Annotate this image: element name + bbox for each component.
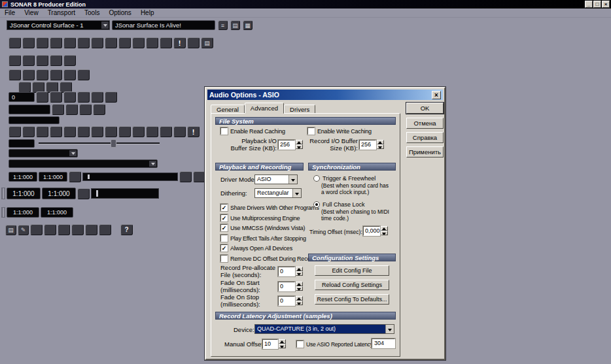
- toolbar-button[interactable]: [79, 104, 92, 115]
- dithering-combo[interactable]: Rectangular: [254, 188, 302, 198]
- spinner-down-icon[interactable]: [296, 144, 303, 149]
- chevron-down-icon[interactable]: [101, 22, 109, 29]
- pencil-icon[interactable]: ✎: [18, 225, 29, 235]
- spinner-down-icon[interactable]: [296, 301, 303, 305]
- toolbar-button[interactable]: [71, 224, 84, 235]
- toolbar-button[interactable]: [50, 69, 62, 80]
- toolbar-button[interactable]: [9, 69, 21, 80]
- toolbar-button[interactable]: [91, 91, 103, 103]
- toolbar-button[interactable]: [173, 126, 186, 137]
- toolbar-button[interactable]: [105, 126, 117, 137]
- toolbar-button[interactable]: [69, 171, 81, 182]
- spinner-up-icon[interactable]: [279, 339, 286, 344]
- toolbar-button[interactable]: [30, 224, 43, 235]
- toolbar-button[interactable]: [63, 126, 76, 137]
- record-io-value[interactable]: 256: [359, 140, 376, 150]
- toolbar-button[interactable]: [36, 91, 48, 103]
- preallocate-spinner[interactable]: 0: [278, 267, 303, 276]
- checkbox-share-drivers[interactable]: Share Drivers With Other Programs: [220, 204, 319, 211]
- tab-drivers[interactable]: Drivers: [284, 105, 315, 114]
- toolbar-button[interactable]: [50, 37, 62, 48]
- manual-offset-value[interactable]: 10: [262, 339, 278, 349]
- spinner-up-icon[interactable]: [381, 226, 388, 231]
- toolbar-button[interactable]: [77, 91, 90, 103]
- toolbar-button[interactable]: [93, 104, 105, 115]
- edit-config-button[interactable]: Edit Config File: [315, 265, 389, 276]
- record-io-spinner[interactable]: 256: [359, 140, 384, 150]
- cancel-button[interactable]: Отмена: [406, 118, 444, 129]
- menu-icon[interactable]: ≡: [218, 20, 228, 30]
- toolbar-button[interactable]: [160, 37, 172, 48]
- spinner-up-icon[interactable]: [296, 140, 303, 144]
- toolbar-button[interactable]: [91, 126, 103, 137]
- spinner-down-icon[interactable]: [381, 231, 388, 235]
- slider-thumb[interactable]: [111, 139, 116, 148]
- toolbar-button[interactable]: [105, 91, 117, 103]
- spinner-up-icon[interactable]: [296, 267, 303, 271]
- menu-tools[interactable]: Tools: [80, 9, 104, 16]
- reset-config-button[interactable]: Reset Config To Defaults...: [315, 294, 389, 305]
- maximize-button[interactable]: □: [593, 1, 601, 8]
- toolbar-button[interactable]: [22, 37, 35, 48]
- toolbar-button[interactable]: [77, 69, 90, 80]
- checkbox-open-all-devices[interactable]: Always Open All Devices: [220, 244, 292, 252]
- toolbar-button[interactable]: [50, 55, 62, 66]
- spinner-up-icon[interactable]: [377, 140, 384, 144]
- list-icon[interactable]: ▤: [201, 37, 213, 48]
- toolbar-button[interactable]: [36, 69, 48, 80]
- toolbar-button[interactable]: [9, 126, 21, 137]
- spinner-down-icon[interactable]: [377, 144, 384, 149]
- dialog-close-button[interactable]: ×: [432, 91, 441, 99]
- toolbar-button[interactable]: [63, 69, 76, 80]
- dialog-titlebar[interactable]: Audio Options - ASIO ×: [207, 90, 443, 100]
- toolbar-slider[interactable]: [39, 139, 160, 148]
- checkbox-multiprocessing[interactable]: Use Multiprocessing Engine: [220, 214, 300, 222]
- position-strip[interactable]: [91, 188, 159, 199]
- toolbar-button[interactable]: [132, 126, 145, 137]
- toolbar-button[interactable]: [22, 55, 35, 66]
- drag-handle[interactable]: [1, 188, 5, 199]
- toolbar-button[interactable]: [63, 37, 76, 48]
- toolbar-button[interactable]: [63, 55, 76, 66]
- help-button[interactable]: ?: [120, 224, 133, 235]
- chevron-down-icon[interactable]: [69, 150, 77, 156]
- control-surface-combo[interactable]: JSonar Control Surface - 1: [7, 20, 110, 30]
- checkbox-enable-read-caching[interactable]: Enable Read Caching: [220, 127, 285, 135]
- menu-view[interactable]: View: [20, 9, 43, 16]
- alert-button[interactable]: !: [173, 37, 186, 48]
- grid-icon[interactable]: ▦: [243, 20, 253, 30]
- menu-transport[interactable]: Transport: [43, 9, 80, 16]
- preallocate-value[interactable]: 0: [278, 267, 295, 276]
- spinner-down-icon[interactable]: [279, 344, 286, 348]
- toolbar-button[interactable]: [132, 37, 145, 48]
- spinner-down-icon[interactable]: [296, 286, 303, 291]
- toolbar-combo[interactable]: [9, 149, 78, 157]
- toolbar-button[interactable]: [44, 224, 56, 235]
- fade-start-value[interactable]: 0: [278, 282, 295, 291]
- playback-io-value[interactable]: 256: [278, 140, 295, 150]
- device-combo[interactable]: QUAD-CAPTURE (3 in, 2 out): [254, 324, 394, 334]
- asio-latency-field[interactable]: 304: [372, 339, 395, 348]
- spinner-down-icon[interactable]: [296, 271, 303, 276]
- toolbar-button[interactable]: [85, 224, 97, 235]
- toolbar-button[interactable]: [52, 104, 64, 115]
- checkbox-enable-write-caching[interactable]: Enable Write Caching: [307, 127, 372, 135]
- toolbar-button[interactable]: [77, 188, 90, 199]
- fade-stop-value[interactable]: 0: [278, 296, 295, 306]
- toolbar-button[interactable]: [118, 37, 131, 48]
- alert-button[interactable]: !: [187, 126, 200, 137]
- ok-button[interactable]: OK: [406, 103, 444, 114]
- toolbar-button[interactable]: [22, 126, 35, 137]
- chevron-down-icon[interactable]: [292, 189, 301, 197]
- toolbar-button[interactable]: [146, 126, 158, 137]
- reload-config-button[interactable]: Reload Config Settings: [315, 280, 389, 290]
- toolbar-button[interactable]: [36, 55, 48, 66]
- toolbar-button[interactable]: [65, 104, 78, 115]
- checkbox-effect-tails[interactable]: Play Effect Tails After Stopping: [220, 235, 306, 242]
- fade-stop-spinner[interactable]: 0: [278, 296, 303, 306]
- menu-help[interactable]: Help: [136, 9, 159, 16]
- toolbar-button[interactable]: [179, 171, 192, 182]
- toolbar-button[interactable]: [50, 126, 62, 137]
- toolbar-button[interactable]: [187, 37, 200, 48]
- toolbar-button[interactable]: [91, 37, 103, 48]
